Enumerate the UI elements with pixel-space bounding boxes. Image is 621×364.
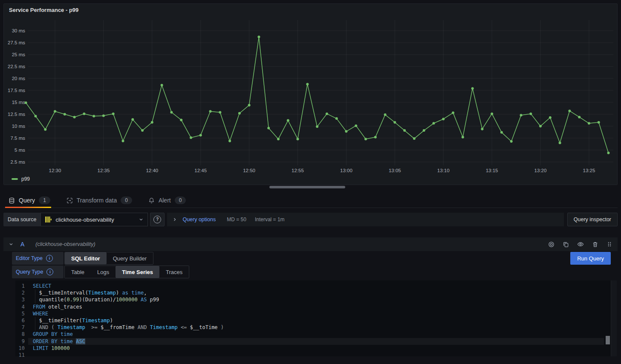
svg-text:13:00: 13:00 [340, 168, 352, 173]
query-ref-id[interactable]: A [20, 241, 24, 248]
query-type-label: Query Type [16, 269, 43, 275]
svg-text:30 ms: 30 ms [12, 28, 26, 33]
max-data-points-value: MD = 50 [227, 217, 246, 222]
svg-text:2.5 ms: 2.5 ms [10, 159, 25, 165]
chevron-down-icon [139, 217, 144, 222]
disable-query-icon[interactable] [548, 241, 555, 248]
datasource-picker[interactable]: clickhouse-observability [40, 213, 148, 226]
svg-text:25 ms: 25 ms [12, 52, 26, 57]
bell-icon [148, 197, 155, 204]
query-options-strip: Query options MD = 50 Interval = 1m [167, 213, 563, 226]
svg-text:7.5 ms: 7.5 ms [10, 136, 25, 141]
drag-handle-icon[interactable] [607, 241, 612, 247]
code-line: 6 $__timeFilter(Timestamp) [15, 317, 617, 324]
svg-text:13:20: 13:20 [534, 168, 547, 173]
svg-text:13:15: 13:15 [486, 168, 498, 173]
eye-icon[interactable] [577, 241, 584, 248]
svg-text:12:30: 12:30 [49, 168, 61, 173]
sql-code: 1SELECT2 $__timeInterval(Timestamp) as t… [15, 283, 617, 358]
overview-ruler-marker [606, 336, 610, 344]
svg-text:5 ms: 5 ms [14, 147, 25, 153]
code-line: 5WHERE [15, 310, 617, 317]
query-row-header: A (clickhouse-observability) [3, 237, 618, 251]
query-options-toggle[interactable]: Query options [182, 217, 216, 222]
svg-text:12:50: 12:50 [243, 168, 255, 173]
horizontal-scrollbar-thumb[interactable] [269, 186, 345, 188]
svg-text:20 ms: 20 ms [12, 76, 26, 81]
editor-type-label: Editor Type [16, 255, 43, 261]
editor-type-option-query-builder[interactable]: Query Builder [107, 252, 153, 264]
code-line: 2 $__timeInterval(Timestamp) as time, [15, 289, 617, 296]
query-type-option-time-series[interactable]: Time Series [116, 266, 159, 278]
svg-text:12:55: 12:55 [292, 168, 304, 173]
question-circle-icon: ? [153, 216, 161, 223]
svg-text:15 ms: 15 ms [12, 100, 26, 105]
datasource-label: Data source [3, 213, 40, 226]
svg-text:27.5 ms: 27.5 ms [8, 40, 25, 45]
editor-type-toggle: SQL Editor Query Builder [64, 252, 153, 265]
editor-scrollbar[interactable] [611, 280, 617, 356]
query-type-label-chip: Query Type i [12, 266, 64, 278]
info-circle-icon[interactable]: i [46, 255, 53, 262]
sql-editor[interactable]: 1SELECT2 $__timeInterval(Timestamp) as t… [15, 280, 617, 356]
svg-text:12:45: 12:45 [194, 168, 207, 173]
code-line: 10LIMIT 100000 [15, 345, 617, 352]
interval-value: Interval = 1m [255, 217, 285, 222]
svg-text:12:40: 12:40 [146, 168, 158, 173]
grafana-screen: Service Performance - p99 30 ms27.5 ms25… [0, 0, 621, 364]
tab-query-count: 1 [39, 196, 50, 204]
query-type-option-table[interactable]: Table [65, 266, 91, 278]
datasource-help-button[interactable]: ? [150, 213, 165, 226]
tab-alert-label: Alert [159, 197, 171, 204]
code-line: 11 [15, 352, 617, 358]
collapse-chevron-down-icon[interactable] [9, 242, 14, 247]
query-row-actions [548, 241, 612, 248]
query-toolbar: Data source clickhouse-observability ? [3, 213, 618, 226]
code-line: 7 AND ( Timestamp >= $__fromTime AND Tim… [15, 324, 617, 331]
timeseries-panel: Service Performance - p99 30 ms27.5 ms25… [3, 3, 618, 185]
code-line: 3 quantile(0.99)(Duration)/1000000 AS p9… [15, 296, 617, 303]
code-line: 9ORDER BY time ASC [15, 338, 617, 345]
query-type-toggle: Table Logs Time Series Traces [64, 266, 189, 278]
svg-text:13:25: 13:25 [583, 168, 595, 173]
timeseries-chart[interactable]: 30 ms27.5 ms25 ms22.5 ms20 ms17.5 ms15 m… [4, 4, 616, 184]
svg-text:13:05: 13:05 [389, 168, 401, 173]
tab-transform-count: 0 [121, 196, 132, 204]
query-type-row: Query Type i Table Logs Time Series Trac… [12, 266, 189, 278]
svg-text:12:35: 12:35 [98, 168, 110, 173]
svg-text:17.5 ms: 17.5 ms [8, 88, 25, 93]
tab-query-label: Query [19, 197, 35, 204]
tab-alert[interactable]: Alert 0 [143, 193, 191, 208]
tab-transform-data[interactable]: Transform data 0 [61, 193, 137, 208]
run-query-button[interactable]: Run Query [570, 252, 611, 265]
query-inspector-button[interactable]: Query inspector [567, 213, 618, 226]
editor-type-label-chip: Editor Type i [12, 252, 64, 265]
tab-transform-label: Transform data [77, 197, 117, 204]
legend-swatch [12, 178, 18, 180]
code-line: 1SELECT [15, 283, 617, 289]
query-section-tabs: Query 1 Transform data 0 [3, 193, 618, 208]
query-type-option-traces[interactable]: Traces [159, 266, 189, 278]
datasource-value: clickhouse-observability [55, 217, 135, 223]
tab-alert-count: 0 [175, 196, 186, 204]
svg-text:13:10: 13:10 [437, 168, 450, 173]
trash-icon[interactable] [592, 241, 598, 248]
query-type-option-logs[interactable]: Logs [91, 266, 116, 278]
editor-type-row: Editor Type i SQL Editor Query Builder [12, 252, 153, 265]
transform-icon [66, 197, 73, 204]
editor-type-option-sql-editor[interactable]: SQL Editor [65, 252, 107, 264]
svg-text:10 ms: 10 ms [12, 124, 26, 129]
query-datasource-hint: (clickhouse-observability) [35, 241, 95, 247]
tab-query[interactable]: Query 1 [3, 193, 55, 208]
code-line: 8GROUP BY time [15, 331, 617, 338]
legend-label: p99 [21, 176, 30, 182]
chevron-right-icon [172, 217, 177, 222]
duplicate-icon[interactable] [563, 241, 569, 248]
svg-text:22.5 ms: 22.5 ms [8, 64, 25, 69]
panel-title: Service Performance - p99 [9, 7, 78, 13]
info-circle-icon[interactable]: i [46, 269, 53, 275]
chart-legend[interactable]: p99 [12, 176, 30, 182]
database-icon [9, 197, 15, 204]
code-line: 4FROM otel_traces [15, 303, 617, 310]
clickhouse-logo-icon [45, 216, 52, 223]
